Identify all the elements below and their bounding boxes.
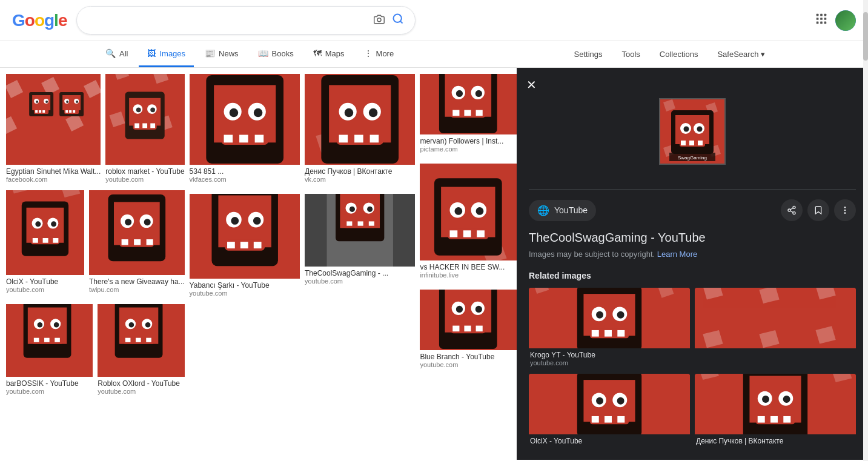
search-button[interactable]: [391, 12, 405, 29]
image-card[interactable]: vs HACKER IN BEE SW... infinitube.live: [420, 164, 517, 280]
svg-point-192: [596, 311, 603, 319]
tools-button[interactable]: Tools: [616, 45, 646, 64]
svg-point-193: [617, 311, 624, 319]
svg-rect-32: [73, 110, 75, 113]
svg-rect-63: [122, 239, 128, 245]
panel-close-button[interactable]: ✕: [526, 78, 537, 92]
share-button[interactable]: [781, 199, 803, 221]
svg-point-127: [350, 207, 355, 212]
search-input[interactable]: Design: [87, 15, 368, 26]
svg-rect-75: [44, 338, 50, 342]
image-card[interactable]: mervan) Followers | Inst... pictame.com: [420, 74, 517, 154]
svg-rect-97: [239, 135, 248, 143]
svg-rect-175: [689, 141, 694, 145]
image-card[interactable]: 534 851 ... vkfaces.com: [190, 74, 300, 184]
svg-rect-64: [134, 239, 141, 245]
svg-rect-74: [34, 338, 39, 342]
svg-rect-119: [354, 135, 363, 143]
svg-rect-164: [465, 326, 471, 332]
related-images-title: Related images: [529, 271, 856, 280]
related-image-item[interactable]: OlciX - YouTube: [529, 374, 690, 448]
svg-rect-4: [820, 13, 823, 16]
image-card[interactable]: barBOSSIK - YouTube youtube.com: [6, 304, 93, 396]
books-icon: 📖: [258, 48, 268, 58]
search-icon: 🔍: [105, 48, 116, 58]
image-card[interactable]: Blue Branch - YouTube youtube.com: [420, 290, 517, 370]
camera-search-button[interactable]: [374, 14, 385, 27]
svg-rect-54: [53, 238, 58, 243]
settings-button[interactable]: Settings: [568, 45, 609, 64]
logo-e: e: [58, 11, 67, 30]
svg-rect-120: [370, 135, 379, 143]
svg-rect-52: [33, 238, 38, 243]
svg-point-39: [151, 107, 156, 112]
svg-rect-220: [783, 416, 790, 423]
save-button[interactable]: [807, 199, 829, 221]
image-card[interactable]: Roblox OXlord - YouTube youtube.com: [98, 304, 184, 396]
more-icon: ⋮: [364, 48, 373, 58]
svg-rect-165: [476, 326, 483, 332]
tab-all[interactable]: 🔍 All: [97, 41, 136, 67]
svg-rect-87: [147, 338, 152, 342]
panel-title: TheCoolSwagGaming - YouTube: [529, 231, 856, 245]
apps-button[interactable]: [815, 12, 828, 29]
svg-rect-174: [681, 141, 686, 145]
svg-rect-3: [817, 13, 819, 16]
svg-point-27: [66, 101, 68, 103]
svg-rect-118: [339, 135, 348, 143]
related-image-item[interactable]: [695, 288, 856, 369]
related-image-item[interactable]: Денис Пучков | ВКонтакте: [695, 374, 856, 448]
related-image-item[interactable]: Krogo YT - YouTube youtube.com: [529, 288, 690, 369]
panel-source-button[interactable]: 🌐 YouTube: [529, 200, 596, 221]
google-logo[interactable]: Google: [12, 11, 67, 30]
image-card[interactable]: There's a new Giveaway ha... twipu.com: [89, 190, 185, 294]
svg-rect-31: [69, 110, 71, 113]
nav-tabs: 🔍 All 🖼 Images 📰 News 📖 Books 🗺 Maps ⋮ M…: [0, 41, 868, 68]
more-options-button[interactable]: [834, 199, 856, 221]
svg-rect-142: [465, 110, 471, 116]
svg-point-18: [45, 101, 48, 103]
image-card[interactable]: Денис Пучков | ВКонтакте vk.com: [305, 74, 415, 184]
svg-rect-143: [476, 110, 483, 116]
safesearch-button[interactable]: SafeSearch ▾: [711, 45, 771, 64]
svg-rect-53: [43, 238, 48, 243]
tab-more[interactable]: ⋮ More: [356, 41, 403, 67]
svg-point-116: [369, 108, 378, 118]
grid-col-1: Egyptian Sinuhet Mika Walt... facebook.c…: [6, 74, 185, 396]
svg-rect-208: [605, 416, 612, 423]
avatar[interactable]: [835, 10, 856, 31]
svg-point-17: [36, 101, 38, 103]
images-icon: 🖼: [147, 48, 156, 58]
svg-rect-22: [42, 110, 45, 113]
image-card[interactable]: Yabancı Şarkı - YouTube youtube.com: [190, 194, 300, 298]
svg-rect-218: [758, 416, 765, 423]
logo-o2: o: [35, 11, 44, 30]
collections-button[interactable]: Collections: [654, 45, 704, 64]
learn-more-link[interactable]: Learn More: [657, 250, 697, 259]
tab-books[interactable]: 📖 Books: [250, 41, 302, 67]
svg-point-61: [144, 219, 151, 225]
panel-copyright: Images may be subject to copyright. Lear…: [529, 250, 856, 259]
tab-images[interactable]: 🖼 Images: [139, 41, 194, 67]
logo-l: l: [54, 11, 58, 30]
maps-icon: 🗺: [313, 48, 322, 58]
svg-point-104: [231, 217, 239, 225]
scrollbar-thumb[interactable]: [863, 12, 868, 61]
svg-point-150: [476, 207, 484, 215]
image-card[interactable]: roblox market - YouTube youtube.com: [105, 74, 184, 184]
svg-point-105: [253, 217, 260, 225]
scrollbar-track[interactable]: [863, 0, 868, 460]
tab-maps[interactable]: 🗺 Maps: [305, 41, 353, 67]
nav-right: Settings Tools Collections SafeSearch ▾: [568, 45, 771, 64]
image-card-selected[interactable]: TheCoolSwagGaming - ... youtube.com: [305, 194, 415, 286]
search-bar: Design: [76, 6, 416, 35]
image-card[interactable]: Egyptian Sinuhet Mika Walt... facebook.c…: [6, 74, 101, 184]
svg-point-215: [762, 396, 769, 403]
right-panel: ✕: [517, 68, 868, 460]
svg-rect-153: [463, 230, 471, 237]
tab-news[interactable]: 📰 News: [196, 41, 247, 67]
svg-point-184: [844, 207, 846, 208]
svg-point-72: [54, 322, 59, 328]
svg-point-205: [617, 397, 624, 405]
image-card[interactable]: OlciX - YouTube youtube.com: [6, 190, 84, 294]
